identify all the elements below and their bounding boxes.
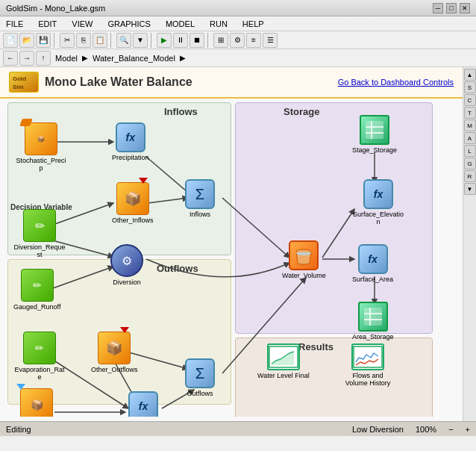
rsb-btn-6[interactable]: L — [464, 145, 476, 157]
tb-play[interactable]: ▶ — [157, 33, 172, 48]
tb-stop[interactable]: ⏹ — [190, 33, 204, 48]
close-button[interactable]: ✕ — [460, 3, 470, 13]
node-water-level-final[interactable]: Water Level Final — [257, 343, 310, 379]
maximize-button[interactable]: □ — [446, 3, 457, 13]
node-outflows[interactable]: Σ Outflows — [185, 358, 215, 397]
menu-help[interactable]: HELP — [239, 18, 267, 30]
svg-text:Sim: Sim — [13, 84, 24, 90]
node-label-stage-storage: Stage_Storage — [352, 146, 397, 154]
node-surface-area[interactable]: fx Surface_Area — [352, 244, 393, 283]
node-evaporation-rate[interactable]: ✏ Evaporation_Rate — [13, 332, 66, 381]
menu-run[interactable]: RUN — [207, 18, 231, 30]
storage-label: Storage — [284, 106, 319, 117]
node-water-volume[interactable]: Water_Volume — [282, 240, 326, 279]
rsb-btn-2[interactable]: C — [464, 94, 476, 106]
canvas[interactable]: Gold Sim Mono Lake Water Balance Go Back… — [0, 67, 463, 421]
rsb-scroll-down[interactable]: ▼ — [464, 183, 476, 195]
tb-pause[interactable]: ⏸ — [173, 33, 188, 48]
tb-open[interactable]: 📂 — [19, 33, 34, 48]
tb-cut[interactable]: ✂ — [60, 33, 75, 48]
node-other-outflows[interactable]: 📦 Other_Outflows — [91, 332, 138, 373]
node-diversion[interactable]: ⚙ Diversion — [110, 244, 143, 286]
icon-surface-area: fx — [358, 244, 388, 274]
rsb-scroll-up[interactable]: ▲ — [464, 69, 476, 81]
node-label-diversion-request: Diversion_Request — [13, 243, 66, 258]
tb-search[interactable]: 🔍 — [116, 33, 131, 48]
node-label-water-volume: Water_Volume — [282, 272, 326, 279]
node-label-evaporation-rate: Evaporation_Rate — [13, 366, 66, 381]
tb2-back[interactable]: ← — [3, 51, 18, 66]
rsb-btn-1[interactable]: S — [464, 81, 476, 93]
breadcrumb-model: Model — [52, 54, 81, 63]
node-stochastic-precip[interactable]: 📦 Stochastic_Precip — [15, 122, 67, 172]
window-title: GoldSim - Mono_Lake.gsm — [6, 4, 105, 13]
goldsim-logo: Gold Sim — [9, 72, 39, 93]
rsb-btn-8[interactable]: R — [464, 170, 476, 182]
icon-evaporation: fx — [128, 391, 158, 417]
tb-more1[interactable]: ≡ — [246, 33, 261, 48]
status-zoom-out[interactable]: − — [448, 425, 453, 434]
menu-file[interactable]: FILE — [3, 18, 26, 30]
rsb-btn-7[interactable]: G — [464, 158, 476, 169]
node-precipitation[interactable]: fx Precipitation — [112, 122, 149, 161]
app-title: Mono Lake Water Balance — [45, 75, 192, 89]
minimize-button[interactable]: ─ — [433, 3, 443, 13]
node-label-area-storage: Area_Storage — [352, 333, 394, 340]
node-modification-density[interactable]: 📦 Modification_for_Density — [10, 388, 63, 417]
node-evaporation[interactable]: fx Evaporation — [125, 391, 161, 417]
icon-area-storage — [358, 302, 388, 332]
menu-graphics[interactable]: GRAPHICS — [104, 18, 153, 30]
status-zoom: 100% — [416, 425, 436, 434]
tb-settings[interactable]: ⚙ — [230, 33, 245, 48]
status-left: Editing — [6, 425, 31, 434]
status-bar: Editing Low Diversion 100% − + — [0, 421, 476, 436]
main-area: Gold Sim Mono Lake Water Balance Go Back… — [0, 67, 476, 421]
node-stage-storage[interactable]: Stage_Storage — [352, 115, 397, 154]
toolbar-2: ← → ↑ Model ▶ Water_Balance_Model ▶ — [0, 49, 476, 67]
icon-outflows: Σ — [185, 358, 215, 388]
tb-paste[interactable]: 📋 — [93, 33, 107, 48]
diagram: Inflows Storage Outflows Results Decisio… — [0, 99, 463, 417]
rsb-btn-5[interactable]: A — [464, 132, 476, 144]
breadcrumb-sep2: ▶ — [180, 54, 186, 62]
tb-copy[interactable]: ⎘ — [76, 33, 91, 48]
node-label-other-inflows: Other_Inflows — [112, 217, 154, 224]
node-flows-volume-history[interactable]: Flows and Volume History — [342, 343, 394, 387]
right-sidebar: ▲ S C T M A L G R ▼ — [463, 67, 476, 421]
icon-inflows: Σ — [185, 179, 215, 209]
svg-text:Gold: Gold — [13, 75, 26, 82]
tb-more2[interactable]: ☰ — [263, 33, 278, 48]
status-zoom-in[interactable]: + — [466, 425, 470, 434]
breadcrumb-sep1: ▶ — [82, 54, 88, 62]
canvas-header: Gold Sim Mono Lake Water Balance Go Back… — [0, 67, 463, 99]
tb-grid[interactable]: ⊞ — [213, 33, 228, 48]
node-diversion-request[interactable]: ✏ Diversion_Request — [13, 209, 66, 258]
node-label-water-level-final: Water Level Final — [257, 372, 310, 379]
node-label-outflows: Outflows — [187, 390, 213, 397]
tb2-up[interactable]: ↑ — [36, 51, 51, 66]
dashboard-link[interactable]: Go Back to Dashboard Controls — [338, 78, 454, 87]
node-label-diversion: Diversion — [113, 279, 141, 286]
node-surface-elevation[interactable]: fx Surface_Elevation — [352, 179, 404, 226]
node-area-storage[interactable]: Area_Storage — [352, 302, 394, 340]
node-other-inflows[interactable]: 📦 Other_Inflows — [112, 182, 154, 224]
rsb-btn-4[interactable]: M — [464, 119, 476, 131]
menu-model[interactable]: MODEL — [163, 18, 198, 30]
tb-new[interactable]: 📄 — [3, 33, 18, 48]
node-label-precipitation: Precipitation — [112, 154, 149, 161]
icon-stage-storage — [360, 115, 389, 145]
icon-precipitation: fx — [116, 122, 145, 152]
tb-save[interactable]: 💾 — [36, 33, 51, 48]
outflows-label: Outflows — [157, 263, 198, 274]
rsb-btn-3[interactable]: T — [464, 107, 476, 119]
inflows-label: Inflows — [164, 106, 198, 117]
menu-view[interactable]: VIEW — [69, 18, 95, 30]
node-label-surface-area: Surface_Area — [352, 276, 393, 283]
menu-edit[interactable]: EDIT — [35, 18, 60, 30]
icon-water-volume — [289, 240, 319, 270]
node-gauged-runoff[interactable]: ✏ Gauged_Runoff — [13, 269, 60, 311]
node-inflows[interactable]: Σ Inflows — [185, 179, 215, 218]
tb2-fwd[interactable]: → — [19, 51, 34, 66]
node-label-inflows: Inflows — [190, 211, 210, 218]
tb-filter[interactable]: ▼ — [133, 33, 148, 48]
